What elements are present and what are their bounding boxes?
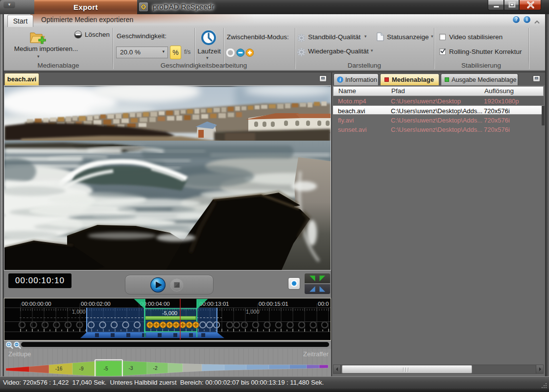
svg-text:i: i [339, 77, 341, 82]
svg-text:00:0: 00:0 [318, 301, 329, 307]
svg-text:-2: -2 [153, 366, 158, 371]
svg-text:00:00:15:01: 00:00:15:01 [259, 301, 288, 307]
svg-text:1,000: 1,000 [72, 309, 86, 315]
svg-text:-16: -16 [55, 366, 63, 371]
svg-text:-9: -9 [79, 366, 84, 371]
svg-text:00:00:00:00: 00:00:00:00 [22, 301, 51, 307]
svg-text:1,000: 1,000 [246, 309, 260, 315]
svg-text:00:00:02:00: 00:00:02:00 [81, 301, 111, 307]
svg-text:-3: -3 [129, 366, 133, 371]
svg-text:-5: -5 [104, 366, 108, 371]
svg-text:-5,000: -5,000 [162, 310, 177, 316]
